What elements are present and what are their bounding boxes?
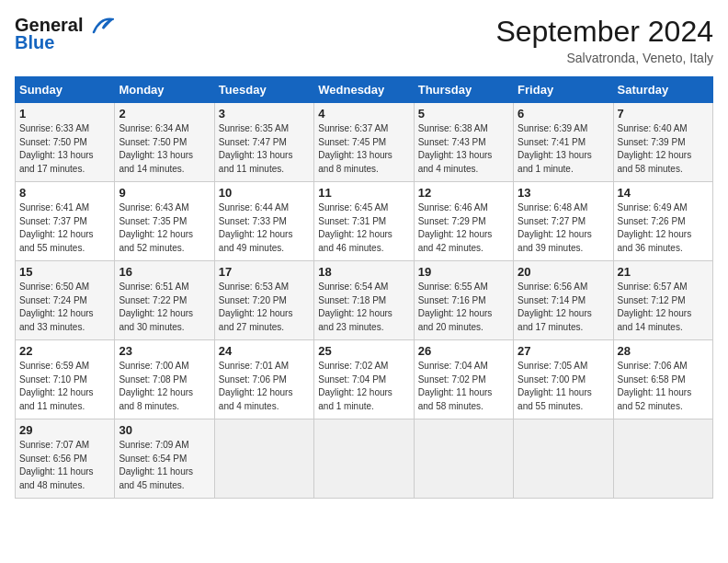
- day-number: 8: [19, 186, 110, 200]
- day-info: Sunrise: 6:53 AMSunset: 7:20 PMDaylight:…: [219, 282, 293, 332]
- calendar-day-cell: 27 Sunrise: 7:05 AMSunset: 7:00 PMDaylig…: [514, 340, 613, 419]
- calendar-day-cell: 24 Sunrise: 7:01 AMSunset: 7:06 PMDaylig…: [214, 340, 313, 419]
- day-number: 10: [219, 186, 310, 200]
- calendar-day-cell: 13 Sunrise: 6:48 AMSunset: 7:27 PMDaylig…: [514, 182, 613, 261]
- day-info: Sunrise: 6:48 AMSunset: 7:27 PMDaylight:…: [518, 202, 592, 253]
- day-info: Sunrise: 6:43 AMSunset: 7:35 PMDaylight:…: [119, 202, 193, 253]
- day-info: Sunrise: 6:44 AMSunset: 7:33 PMDaylight:…: [219, 202, 293, 253]
- day-number: 20: [518, 265, 609, 279]
- calendar-day-cell: 12 Sunrise: 6:46 AMSunset: 7:29 PMDaylig…: [414, 182, 513, 261]
- day-number: 26: [418, 344, 509, 358]
- day-number: 13: [518, 186, 609, 200]
- calendar-table: SundayMondayTuesdayWednesdayThursdayFrid…: [15, 76, 713, 499]
- calendar-day-cell: 5 Sunrise: 6:38 AMSunset: 7:43 PMDayligh…: [414, 103, 513, 182]
- day-info: Sunrise: 6:33 AMSunset: 7:50 PMDaylight:…: [19, 123, 94, 174]
- calendar-header-row: SundayMondayTuesdayWednesdayThursdayFrid…: [16, 77, 713, 103]
- day-number: 9: [119, 186, 210, 200]
- calendar-day-cell: 23 Sunrise: 7:00 AMSunset: 7:08 PMDaylig…: [115, 340, 214, 419]
- day-info: Sunrise: 7:02 AMSunset: 7:04 PMDaylight:…: [318, 361, 392, 411]
- calendar-day-cell: 11 Sunrise: 6:45 AMSunset: 7:31 PMDaylig…: [314, 182, 414, 261]
- day-info: Sunrise: 7:01 AMSunset: 7:06 PMDaylight:…: [219, 361, 293, 411]
- day-info: Sunrise: 6:41 AMSunset: 7:37 PMDaylight:…: [19, 202, 94, 253]
- day-number: 6: [518, 107, 609, 121]
- day-number: 25: [318, 344, 409, 358]
- day-of-week-header: Sunday: [16, 77, 115, 103]
- calendar-week-row: 1 Sunrise: 6:33 AMSunset: 7:50 PMDayligh…: [16, 103, 713, 182]
- calendar-day-cell: 7 Sunrise: 6:40 AMSunset: 7:39 PMDayligh…: [613, 103, 712, 182]
- day-of-week-header: Thursday: [414, 77, 513, 103]
- day-info: Sunrise: 7:06 AMSunset: 6:58 PMDaylight:…: [618, 361, 692, 411]
- calendar-day-cell: [514, 419, 613, 499]
- day-number: 1: [19, 107, 110, 121]
- day-number: 27: [518, 344, 609, 358]
- day-number: 24: [219, 344, 310, 358]
- calendar-day-cell: 16 Sunrise: 6:51 AMSunset: 7:22 PMDaylig…: [115, 261, 214, 340]
- day-of-week-header: Wednesday: [314, 77, 414, 103]
- day-number: 11: [318, 186, 409, 200]
- day-number: 21: [618, 265, 709, 279]
- day-number: 17: [219, 265, 310, 279]
- day-info: Sunrise: 7:00 AMSunset: 7:08 PMDaylight:…: [119, 361, 193, 411]
- day-info: Sunrise: 7:07 AMSunset: 6:56 PMDaylight:…: [19, 440, 94, 490]
- logo-blue: Blue: [15, 32, 54, 53]
- day-number: 14: [618, 186, 709, 200]
- day-number: 2: [119, 107, 210, 121]
- calendar-day-cell: 10 Sunrise: 6:44 AMSunset: 7:33 PMDaylig…: [214, 182, 313, 261]
- location-subtitle: Salvatronda, Veneto, Italy: [495, 51, 713, 65]
- day-number: 29: [19, 423, 110, 437]
- month-title: September 2024: [495, 15, 713, 49]
- day-info: Sunrise: 6:57 AMSunset: 7:12 PMDaylight:…: [618, 282, 692, 332]
- calendar-day-cell: 9 Sunrise: 6:43 AMSunset: 7:35 PMDayligh…: [115, 182, 214, 261]
- calendar-day-cell: 25 Sunrise: 7:02 AMSunset: 7:04 PMDaylig…: [314, 340, 414, 419]
- day-number: 16: [119, 265, 210, 279]
- day-number: 19: [418, 265, 509, 279]
- calendar-day-cell: 30 Sunrise: 7:09 AMSunset: 6:54 PMDaylig…: [115, 419, 214, 499]
- day-of-week-header: Friday: [514, 77, 613, 103]
- calendar-day-cell: 29 Sunrise: 7:07 AMSunset: 6:56 PMDaylig…: [16, 419, 115, 499]
- day-info: Sunrise: 6:54 AMSunset: 7:18 PMDaylight:…: [318, 282, 392, 332]
- calendar-day-cell: [414, 419, 513, 499]
- calendar-day-cell: 8 Sunrise: 6:41 AMSunset: 7:37 PMDayligh…: [16, 182, 115, 261]
- day-info: Sunrise: 7:05 AMSunset: 7:00 PMDaylight:…: [518, 361, 592, 411]
- day-number: 28: [618, 344, 709, 358]
- logo-bird-icon: [86, 16, 114, 36]
- calendar-day-cell: 2 Sunrise: 6:34 AMSunset: 7:50 PMDayligh…: [115, 103, 214, 182]
- calendar-body: 1 Sunrise: 6:33 AMSunset: 7:50 PMDayligh…: [16, 103, 713, 499]
- calendar-week-row: 22 Sunrise: 6:59 AMSunset: 7:10 PMDaylig…: [16, 340, 713, 419]
- calendar-day-cell: 17 Sunrise: 6:53 AMSunset: 7:20 PMDaylig…: [214, 261, 313, 340]
- day-number: 23: [119, 344, 210, 358]
- calendar-day-cell: 3 Sunrise: 6:35 AMSunset: 7:47 PMDayligh…: [214, 103, 313, 182]
- day-info: Sunrise: 7:09 AMSunset: 6:54 PMDaylight:…: [119, 440, 193, 490]
- day-info: Sunrise: 6:59 AMSunset: 7:10 PMDaylight:…: [19, 361, 94, 411]
- day-info: Sunrise: 6:34 AMSunset: 7:50 PMDaylight:…: [119, 123, 193, 174]
- title-area: September 2024 Salvatronda, Veneto, Ital…: [495, 15, 713, 65]
- day-info: Sunrise: 6:56 AMSunset: 7:14 PMDaylight:…: [518, 282, 592, 332]
- day-number: 5: [418, 107, 509, 121]
- calendar-day-cell: [314, 419, 414, 499]
- calendar-day-cell: 1 Sunrise: 6:33 AMSunset: 7:50 PMDayligh…: [16, 103, 115, 182]
- day-number: 15: [19, 265, 110, 279]
- day-number: 18: [318, 265, 409, 279]
- page-header: General Blue September 2024 Salvatronda,…: [15, 15, 713, 65]
- calendar-week-row: 8 Sunrise: 6:41 AMSunset: 7:37 PMDayligh…: [16, 182, 713, 261]
- day-of-week-header: Tuesday: [214, 77, 313, 103]
- calendar-day-cell: 20 Sunrise: 6:56 AMSunset: 7:14 PMDaylig…: [514, 261, 613, 340]
- day-info: Sunrise: 7:04 AMSunset: 7:02 PMDaylight:…: [418, 361, 493, 411]
- day-info: Sunrise: 6:45 AMSunset: 7:31 PMDaylight:…: [318, 202, 392, 253]
- day-number: 3: [219, 107, 310, 121]
- day-info: Sunrise: 6:49 AMSunset: 7:26 PMDaylight:…: [618, 202, 692, 253]
- day-number: 30: [119, 423, 210, 437]
- calendar-day-cell: 15 Sunrise: 6:50 AMSunset: 7:24 PMDaylig…: [16, 261, 115, 340]
- calendar-day-cell: [613, 419, 712, 499]
- day-info: Sunrise: 6:50 AMSunset: 7:24 PMDaylight:…: [19, 282, 94, 332]
- calendar-day-cell: 26 Sunrise: 7:04 AMSunset: 7:02 PMDaylig…: [414, 340, 513, 419]
- day-number: 7: [618, 107, 709, 121]
- day-info: Sunrise: 6:46 AMSunset: 7:29 PMDaylight:…: [418, 202, 493, 253]
- day-of-week-header: Monday: [115, 77, 214, 103]
- day-info: Sunrise: 6:40 AMSunset: 7:39 PMDaylight:…: [618, 123, 692, 174]
- day-info: Sunrise: 6:38 AMSunset: 7:43 PMDaylight:…: [418, 123, 493, 174]
- day-number: 12: [418, 186, 509, 200]
- calendar-day-cell: 4 Sunrise: 6:37 AMSunset: 7:45 PMDayligh…: [314, 103, 414, 182]
- day-of-week-header: Saturday: [613, 77, 712, 103]
- calendar-day-cell: 18 Sunrise: 6:54 AMSunset: 7:18 PMDaylig…: [314, 261, 414, 340]
